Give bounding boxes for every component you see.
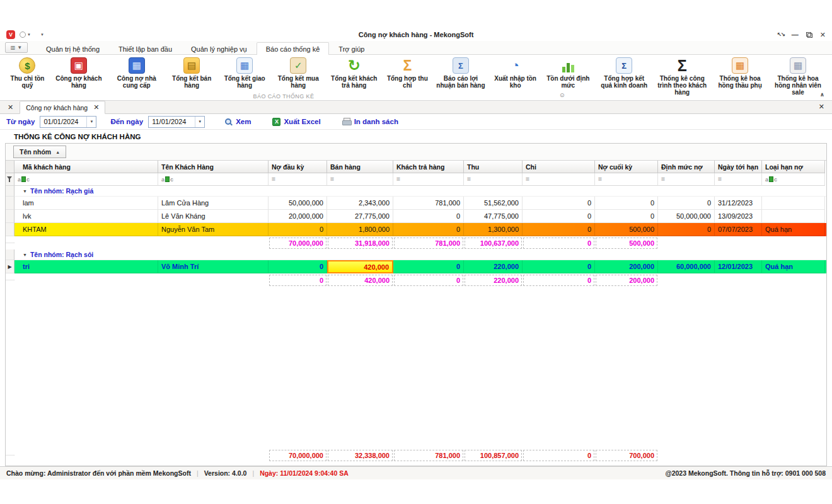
ribbon-layout-button[interactable]: ▥▼: [5, 42, 28, 53]
table-row[interactable]: ▶triVõ Minh Trí0420,0000220,0000200,0006…: [6, 260, 826, 273]
ribbon-button-5[interactable]: ▦Tổng kết giao hàng: [218, 56, 272, 89]
column-header[interactable]: Khách trả hàng: [393, 161, 464, 173]
filter-cell[interactable]: ac: [14, 173, 158, 186]
table-cell[interactable]: 2,343,000: [327, 197, 393, 210]
ribbon-tab-4[interactable]: Báo cáo thống kê: [257, 42, 330, 55]
dropdown-icon[interactable]: ▼: [195, 117, 204, 127]
column-header[interactable]: Thu: [464, 161, 523, 173]
table-cell[interactable]: 200,000: [595, 260, 658, 273]
table-cell[interactable]: 0: [595, 197, 658, 210]
close-document-icon[interactable]: ✕: [819, 103, 824, 111]
document-tab[interactable]: Công nợ khách hàng ✕: [20, 101, 105, 114]
table-cell[interactable]: 0: [393, 210, 464, 223]
table-cell[interactable]: 51,562,000: [464, 197, 523, 210]
table-cell[interactable]: 0: [393, 260, 464, 273]
table-cell[interactable]: 781,000: [393, 197, 464, 210]
view-button[interactable]: Xem: [221, 118, 254, 126]
ribbon-button-15[interactable]: ▦Thống kê hoa hồng nhân viên sale: [769, 56, 827, 96]
table-cell[interactable]: 420,000: [327, 260, 393, 273]
print-list-button[interactable]: In danh sách: [339, 118, 402, 125]
table-cell[interactable]: 27,775,000: [327, 210, 393, 223]
table-cell[interactable]: 0: [269, 260, 327, 273]
table-cell[interactable]: lam: [14, 197, 158, 210]
table-cell[interactable]: 12/01/2023: [715, 260, 762, 273]
close-icon[interactable]: ✕: [820, 32, 826, 38]
table-cell[interactable]: 0: [658, 197, 715, 210]
column-header[interactable]: Nợ cuối kỳ: [595, 161, 658, 173]
restore-icon[interactable]: [806, 32, 812, 38]
qat-customize-dropdown-icon[interactable]: ▼: [40, 33, 44, 37]
from-date-picker[interactable]: 01/01/2024 ▼: [40, 116, 96, 128]
table-cell[interactable]: 500,000: [595, 223, 658, 236]
table-cell[interactable]: 1,800,000: [327, 223, 393, 236]
table-cell[interactable]: Lâm Cửa Hàng: [158, 197, 269, 210]
table-cell[interactable]: KHTAM: [14, 223, 158, 236]
column-header[interactable]: Tên Khách Hàng: [158, 161, 269, 173]
ribbon-button-3[interactable]: ▦Công nợ nhà cung cấp: [108, 56, 166, 89]
table-cell[interactable]: 60,000,000: [658, 260, 715, 273]
table-cell[interactable]: 50,000,000: [658, 210, 715, 223]
filter-cell[interactable]: =: [327, 173, 393, 186]
table-cell[interactable]: Quá hạn: [762, 260, 825, 273]
filter-row-header[interactable]: [6, 173, 14, 186]
to-date-picker[interactable]: 11/01/2024 ▼: [148, 116, 205, 128]
column-header[interactable]: Bán hàng: [327, 161, 393, 173]
table-cell[interactable]: 0: [523, 197, 595, 210]
qat-dropdown[interactable]: ▼: [20, 32, 31, 38]
table-cell[interactable]: lvk: [14, 210, 158, 223]
ribbon-button-10[interactable]: ◔Xuất nhập tồn kho: [490, 56, 541, 89]
filter-cell[interactable]: ac: [762, 173, 825, 186]
ribbon-tab-1[interactable]: Quản trị hệ thống: [37, 42, 109, 55]
column-header[interactable]: Chi: [523, 161, 595, 173]
table-cell[interactable]: 0: [523, 223, 595, 236]
table-row[interactable]: lvkLê Văn Kháng20,000,00027,775,000047,7…: [6, 210, 826, 223]
ribbon-button-14[interactable]: ▦Thống kê hoa hồng thầu phụ: [711, 56, 769, 89]
table-cell[interactable]: 0: [523, 210, 595, 223]
table-cell[interactable]: Quá hạn: [762, 223, 825, 236]
column-header[interactable]: Mã khách hàng: [14, 161, 158, 173]
expand-icon[interactable]: ↖↘: [777, 32, 784, 38]
table-cell[interactable]: 0: [523, 260, 595, 273]
table-cell[interactable]: tri: [14, 260, 158, 273]
table-cell[interactable]: Lê Văn Kháng: [158, 210, 269, 223]
ribbon-tab-3[interactable]: Quản lý nghiệp vụ: [182, 42, 257, 55]
table-cell[interactable]: 0: [269, 223, 327, 236]
expand-collapse-icon[interactable]: ▼: [23, 253, 27, 257]
minimize-icon[interactable]: —: [792, 32, 799, 38]
table-cell[interactable]: 50,000,000: [269, 197, 327, 210]
table-cell[interactable]: 31/12/2023: [715, 197, 762, 210]
table-cell[interactable]: 07/07/2023: [715, 223, 762, 236]
table-cell[interactable]: [762, 210, 825, 223]
column-header[interactable]: Ngày tới hạn: [715, 161, 762, 173]
table-cell[interactable]: 47,775,000: [464, 210, 523, 223]
table-cell[interactable]: 20,000,000: [269, 210, 327, 223]
ribbon-button-6[interactable]: ✓Tổng kết mua hàng: [272, 56, 325, 89]
column-header[interactable]: Loại hạn nợ: [762, 161, 825, 173]
ribbon-button-7[interactable]: ↻Tổng kết khách trả hàng: [325, 56, 383, 89]
ribbon-button-1[interactable]: $Thu chi tồn quỹ: [5, 56, 50, 89]
table-cell[interactable]: 220,000: [464, 260, 523, 273]
ribbon-tab-5[interactable]: Trợ giúp: [329, 42, 374, 55]
table-cell[interactable]: Võ Minh Trí: [158, 260, 269, 273]
table-cell[interactable]: 0: [658, 223, 715, 236]
expand-collapse-icon[interactable]: ▼: [23, 189, 27, 193]
row-header[interactable]: ▶: [6, 260, 14, 273]
table-cell[interactable]: 13/09/2023: [715, 210, 762, 223]
group-row[interactable]: ▼Tên nhóm: Rạch giá: [6, 186, 826, 197]
ribbon-button-2[interactable]: ▣Công nợ khách hàng: [50, 56, 108, 89]
group-field-chip[interactable]: Tên nhóm ▲: [13, 146, 66, 158]
ribbon-button-9[interactable]: ΣBáo cáo lợi nhuận bán hàng: [432, 56, 490, 89]
table-cell[interactable]: 0: [595, 210, 658, 223]
filter-cell[interactable]: =: [269, 173, 327, 186]
export-excel-button[interactable]: Xuất Excel: [269, 118, 323, 126]
column-header[interactable]: Định mức nợ: [658, 161, 715, 173]
dialog-launcher-icon[interactable]: ⊙: [560, 92, 565, 98]
table-row[interactable]: KHTAMNguyễn Văn Tam01,800,00001,300,0000…: [6, 223, 826, 236]
ribbon-button-13[interactable]: ΣThống kê công trình theo khách hàng: [653, 56, 711, 96]
filter-cell[interactable]: =: [658, 173, 715, 186]
filter-cell[interactable]: =: [523, 173, 595, 186]
ribbon-button-4[interactable]: ▤Tổng kết bán hàng: [166, 56, 218, 89]
table-row[interactable]: lamLâm Cửa Hàng50,000,0002,343,000781,00…: [6, 197, 826, 210]
group-row[interactable]: ▼Tên nhóm: Rạch sỏi: [6, 249, 826, 260]
ribbon-button-8[interactable]: ΣTổng hợp thu chi: [383, 56, 432, 89]
